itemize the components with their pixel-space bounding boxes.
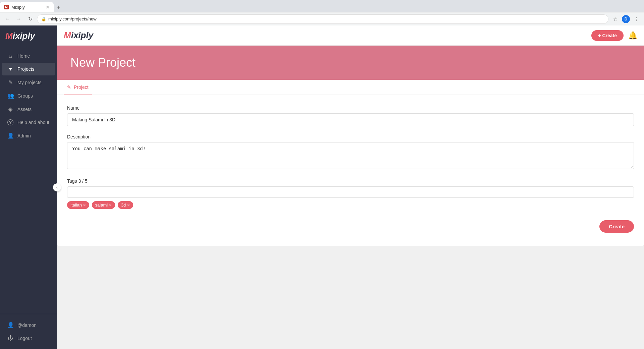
user-avatar[interactable]: D	[622, 15, 630, 23]
tags-input-wrapper[interactable]	[67, 186, 634, 198]
heart-icon: ♥	[7, 66, 13, 72]
content-area: ✎ Project Name Description You can make …	[57, 80, 644, 349]
bookmark-button[interactable]: ☆	[610, 14, 620, 24]
reload-button[interactable]: ↻	[25, 14, 35, 24]
tab-favicon: M	[4, 5, 9, 9]
form-tabs: ✎ Project	[57, 80, 644, 95]
page-title: New Project	[70, 56, 631, 70]
sidebar-item-label-my-projects: My projects	[17, 80, 42, 85]
sidebar-nav: ⌂ Home ♥ Projects ✎ My projects 👥 Groups…	[0, 47, 57, 314]
groups-icon: 👥	[7, 93, 13, 99]
description-group: Description You can make salami in 3d!	[67, 134, 634, 170]
name-label: Name	[67, 105, 634, 111]
sidebar-username: @damon	[17, 323, 37, 328]
description-input[interactable]: You can make salami in 3d!	[67, 142, 634, 169]
address-bar[interactable]: 🔒 mixiply.com/projects/new	[37, 14, 608, 24]
logo-m: M	[5, 31, 13, 41]
forward-button[interactable]: →	[14, 14, 23, 24]
app-header-logo: Mixiply	[64, 30, 93, 41]
tag-3d[interactable]: 3d ×	[118, 201, 133, 209]
main-content: Mixiply + Create 🔔 New Project ✎ Project	[57, 25, 644, 349]
page-banner: New Project	[57, 46, 644, 80]
url-text: mixiply.com/projects/new	[48, 16, 97, 21]
home-icon: ⌂	[7, 53, 13, 59]
menu-button[interactable]: ⋮	[632, 14, 641, 24]
tag-salami[interactable]: salami ×	[92, 201, 115, 209]
help-icon: ?	[7, 119, 13, 125]
sidebar-item-admin[interactable]: 👤 Admin	[2, 129, 55, 142]
edit-icon: ✎	[7, 79, 13, 85]
logo: Mixiply	[5, 31, 35, 41]
notification-bell-icon[interactable]: 🔔	[628, 31, 637, 40]
tab-project[interactable]: ✎ Project	[64, 80, 92, 95]
form-card: ✎ Project Name Description You can make …	[57, 80, 644, 246]
sidebar-item-help[interactable]: ? Help and about	[2, 116, 55, 129]
tab-project-label: Project	[74, 84, 89, 90]
pencil-icon: ✎	[67, 84, 71, 90]
browser-chrome: M Mixiply ✕ + ← → ↻ 🔒 mixiply.com/projec…	[0, 0, 644, 25]
tag-salami-remove[interactable]: ×	[109, 202, 112, 208]
logout-icon: ⏻	[7, 335, 13, 341]
lock-icon: 🔒	[41, 17, 46, 21]
sidebar-collapse-button[interactable]: ‹	[53, 183, 61, 191]
sidebar-item-home[interactable]: ⌂ Home	[2, 50, 55, 62]
tags-list: italian × salami × 3d ×	[67, 201, 634, 209]
sidebar-item-label-admin: Admin	[17, 133, 31, 138]
new-tab-button[interactable]: +	[54, 3, 63, 12]
toolbar-right: ☆ D ⋮	[610, 14, 641, 24]
tag-3d-label: 3d	[121, 202, 126, 208]
sidebar-item-label-home: Home	[17, 53, 30, 59]
sidebar-item-groups[interactable]: 👥 Groups	[2, 89, 55, 102]
tag-3d-remove[interactable]: ×	[127, 202, 130, 208]
admin-icon: 👤	[7, 132, 13, 139]
header-logo-rest: ixiply	[71, 30, 93, 40]
name-input[interactable]	[67, 113, 634, 126]
tab-close-button[interactable]: ✕	[46, 5, 50, 9]
sidebar-item-user[interactable]: 👤 @damon	[2, 318, 55, 332]
profile-button[interactable]: D	[621, 14, 631, 24]
tags-input[interactable]	[72, 189, 629, 195]
sidebar-item-label-assets: Assets	[17, 107, 32, 112]
tag-italian[interactable]: italian ×	[67, 201, 89, 209]
description-label: Description	[67, 134, 634, 139]
create-button[interactable]: Create	[599, 220, 634, 233]
tags-group: Tags 3 / 5 italian × salami ×	[67, 178, 634, 209]
sidebar-bottom: 👤 @damon ⏻ Logout	[0, 314, 57, 349]
tab-title: Mixiply	[11, 5, 25, 10]
sidebar-item-logout[interactable]: ⏻ Logout	[2, 332, 55, 345]
logo-rest: ixiply	[13, 31, 35, 41]
form-actions: Create	[67, 217, 634, 236]
sidebar-item-label-groups: Groups	[17, 93, 33, 99]
sidebar-item-label-projects: Projects	[17, 66, 35, 72]
sidebar-logo: Mixiply	[0, 25, 57, 47]
name-group: Name	[67, 105, 634, 126]
tab-bar: M Mixiply ✕ +	[0, 0, 644, 12]
app: Mixiply ⌂ Home ♥ Projects ✎ My projects …	[0, 25, 644, 349]
user-icon: 👤	[7, 322, 13, 328]
tags-label: Tags 3 / 5	[67, 178, 634, 184]
tag-salami-label: salami	[95, 202, 108, 208]
assets-icon: ◈	[7, 106, 13, 112]
back-button[interactable]: ←	[3, 14, 12, 24]
sidebar-item-projects[interactable]: ♥ Projects	[2, 63, 55, 75]
tag-italian-label: italian	[70, 202, 82, 208]
sidebar-item-label-help: Help and about	[17, 120, 49, 125]
active-tab[interactable]: M Mixiply ✕	[0, 2, 54, 12]
sidebar-logout-label: Logout	[17, 336, 32, 341]
app-header: Mixiply + Create 🔔	[57, 25, 644, 46]
sidebar: Mixiply ⌂ Home ♥ Projects ✎ My projects …	[0, 25, 57, 349]
header-logo-m: M	[64, 30, 71, 40]
tag-italian-remove[interactable]: ×	[83, 202, 86, 208]
browser-toolbar: ← → ↻ 🔒 mixiply.com/projects/new ☆ D ⋮	[0, 12, 644, 25]
header-create-button[interactable]: + Create	[591, 30, 624, 41]
sidebar-item-assets[interactable]: ◈ Assets	[2, 103, 55, 116]
sidebar-item-my-projects[interactable]: ✎ My projects	[2, 76, 55, 89]
form-body: Name Description You can make salami in …	[57, 95, 644, 246]
